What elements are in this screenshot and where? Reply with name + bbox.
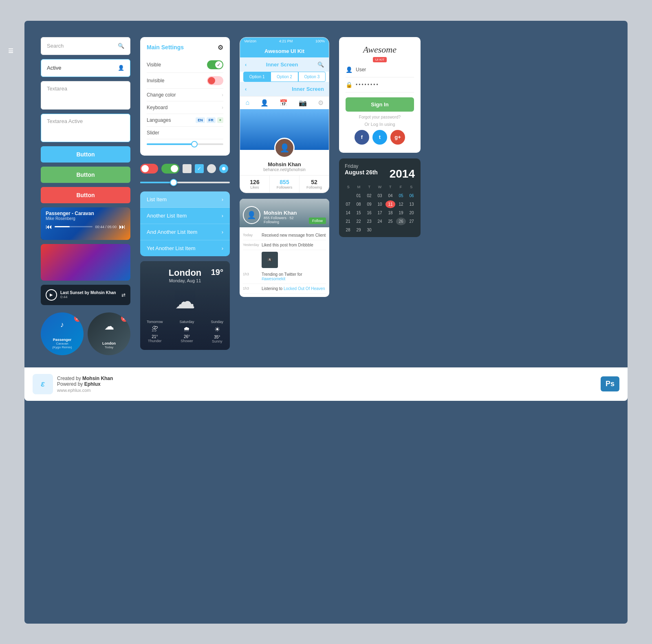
footer-url[interactable]: www.ephlux.com bbox=[57, 388, 113, 393]
radio-filled[interactable] bbox=[219, 164, 228, 173]
follow-button[interactable]: Follow bbox=[309, 218, 326, 224]
search-icon-inner[interactable]: 🔍 bbox=[317, 62, 324, 68]
textarea-active-wrapper[interactable]: Textarea Active bbox=[41, 114, 130, 142]
cal-day-cell[interactable] bbox=[343, 192, 353, 200]
cal-day-cell[interactable]: 24 bbox=[375, 218, 385, 225]
checkbox-empty[interactable] bbox=[183, 164, 192, 173]
cal-day-cell[interactable]: 16 bbox=[364, 209, 374, 217]
lang-en[interactable]: EN bbox=[196, 117, 205, 123]
textarea-wrapper[interactable]: Textarea bbox=[41, 81, 130, 110]
twitter-link[interactable]: #awesomekit bbox=[262, 277, 285, 281]
toggle-red[interactable] bbox=[140, 164, 158, 174]
wd-t1: T bbox=[364, 184, 374, 190]
cal-day-cell[interactable]: 29 bbox=[354, 226, 363, 234]
googleplus-login-button[interactable]: g+ bbox=[390, 130, 405, 145]
login-user-text[interactable]: User bbox=[356, 67, 366, 73]
settings-gear-icon[interactable]: ⚙ bbox=[218, 44, 223, 51]
prev-icon[interactable]: ⏮ bbox=[46, 223, 52, 231]
music-card-1[interactable]: Passenger - Caravan Mike Rosenberg ⏮ 00:… bbox=[41, 207, 130, 240]
login-pwd-text[interactable]: •••••••• bbox=[356, 82, 379, 88]
sign-in-button[interactable]: Sign In bbox=[346, 97, 414, 112]
toggle-green[interactable] bbox=[161, 164, 179, 174]
cal-day-cell[interactable]: 03 bbox=[375, 192, 385, 200]
cal-day-cell[interactable]: 23 bbox=[364, 218, 374, 225]
slider-row[interactable] bbox=[147, 139, 223, 149]
round-widget-weather[interactable]: 19 ☁ London Today bbox=[88, 312, 130, 355]
settings-row-slider: Slider bbox=[147, 127, 223, 139]
checkbox-checked[interactable]: ✓ bbox=[195, 164, 204, 173]
cal-day-cell[interactable]: 22 bbox=[354, 218, 363, 225]
cal-day-cell[interactable]: 01 bbox=[354, 192, 363, 200]
green-button[interactable]: Button bbox=[41, 167, 130, 183]
cal-day-cell[interactable]: 08 bbox=[354, 200, 363, 208]
facebook-login-button[interactable]: f bbox=[355, 130, 369, 145]
list-item-2[interactable]: Another List Item › bbox=[140, 208, 230, 224]
tab-calendar-icon[interactable]: 📅 bbox=[280, 99, 288, 107]
active-input-wrapper[interactable]: Active 👤 bbox=[41, 59, 130, 77]
segment-option-2[interactable]: Option 2 bbox=[271, 72, 298, 82]
cal-day-cell[interactable] bbox=[375, 226, 385, 234]
cal-day-cell[interactable]: 02 bbox=[364, 192, 374, 200]
cal-day-cell[interactable]: 28 bbox=[343, 226, 353, 234]
round-widget-music[interactable]: 19 ♪ Passenger Caravan (Kygo Remix) bbox=[41, 312, 84, 355]
cal-day-cell[interactable]: 27 bbox=[407, 218, 416, 225]
cal-day-cell[interactable]: 25 bbox=[385, 218, 395, 225]
cal-day-cell[interactable]: 12 bbox=[396, 200, 406, 208]
cal-day-cell[interactable]: 14 bbox=[343, 209, 353, 217]
red-button[interactable]: Button bbox=[41, 187, 130, 203]
cal-day-cell[interactable]: 13 bbox=[407, 200, 416, 208]
music-link[interactable]: Locked Out Of Heaven bbox=[284, 286, 325, 291]
slider2[interactable] bbox=[140, 182, 230, 183]
radio-empty[interactable] bbox=[207, 164, 216, 173]
lang-add[interactable]: + bbox=[217, 117, 223, 123]
profile-link[interactable]: behance.net/gfxmohsin bbox=[244, 167, 325, 172]
list-item-3[interactable]: And Another List Item › bbox=[140, 224, 230, 240]
settings-row-color[interactable]: Change color › bbox=[147, 89, 223, 101]
tab-user-icon[interactable]: 👤 bbox=[260, 99, 269, 107]
toggle-visible[interactable]: ✓ bbox=[207, 60, 223, 69]
cal-day-cell[interactable]: 06 bbox=[407, 192, 416, 200]
forecast-day-3: Sunday bbox=[211, 320, 223, 324]
cal-day-cell[interactable]: 19 bbox=[396, 209, 406, 217]
back-icon-1[interactable]: ‹ bbox=[245, 62, 247, 68]
profile-avatar: 👤 bbox=[274, 138, 295, 158]
slider-thumb[interactable] bbox=[191, 141, 198, 147]
search-input-wrapper[interactable]: Search 🔍 bbox=[41, 37, 130, 55]
play-button[interactable]: ▶ bbox=[46, 289, 57, 301]
cal-day-cell[interactable]: 30 bbox=[364, 226, 374, 234]
toggle-invisible[interactable] bbox=[207, 76, 223, 85]
main-container: Search 🔍 Active 👤 Textarea Textarea Acti… bbox=[24, 21, 628, 624]
cal-day-cell[interactable]: 18 bbox=[385, 209, 395, 217]
shuffle-icon[interactable]: ⇄ bbox=[121, 292, 126, 298]
lang-fr[interactable]: FR bbox=[207, 117, 216, 123]
cal-day-cell[interactable]: 05 bbox=[396, 192, 406, 200]
twitter-login-button[interactable]: t bbox=[372, 130, 387, 145]
cal-day-cell[interactable]: 21 bbox=[343, 218, 353, 225]
cal-day-cell[interactable]: 20 bbox=[407, 209, 416, 217]
cal-day-cell[interactable]: 09 bbox=[364, 200, 374, 208]
next-icon[interactable]: ⏭ bbox=[119, 223, 126, 231]
tab-home-icon[interactable]: ⌂ bbox=[245, 99, 249, 107]
cal-day-cell[interactable]: 04 bbox=[385, 192, 395, 200]
tab-camera-icon[interactable]: 📷 bbox=[299, 99, 307, 107]
back-icon-2[interactable]: ‹ bbox=[245, 86, 247, 92]
tab-settings-icon[interactable]: ⚙ bbox=[318, 99, 324, 107]
segment-option-3[interactable]: Option 3 bbox=[298, 72, 326, 82]
cal-day-cell[interactable]: 17 bbox=[375, 209, 385, 217]
list-item-4[interactable]: Yet Another List Item › bbox=[140, 240, 230, 256]
segment-option-1[interactable]: Option 1 bbox=[243, 72, 271, 82]
cal-day-cell[interactable]: 26 bbox=[396, 218, 406, 225]
widget1-sub: Caravan bbox=[41, 342, 84, 345]
profile-hero: 👤 bbox=[240, 109, 329, 150]
list-item-1[interactable]: List Item › bbox=[140, 191, 230, 208]
blue-button[interactable]: Button bbox=[41, 146, 130, 163]
cal-day-cell[interactable]: 15 bbox=[354, 209, 363, 217]
footer-created-by: Created by Mohsin Khan bbox=[57, 376, 113, 381]
cal-day-cell[interactable]: 11 bbox=[385, 200, 395, 208]
music-player-2[interactable]: ▶ Last Sunset by Mohsin Khan 0:44 ⇄ bbox=[41, 285, 130, 305]
forgot-password-link[interactable]: Forgot your password? bbox=[346, 115, 414, 119]
settings-row-keyboard[interactable]: Keyboard › bbox=[147, 101, 223, 114]
slider2-thumb[interactable] bbox=[170, 179, 177, 186]
cal-day-cell[interactable]: 10 bbox=[375, 200, 385, 208]
cal-day-cell[interactable]: 07 bbox=[343, 200, 353, 208]
